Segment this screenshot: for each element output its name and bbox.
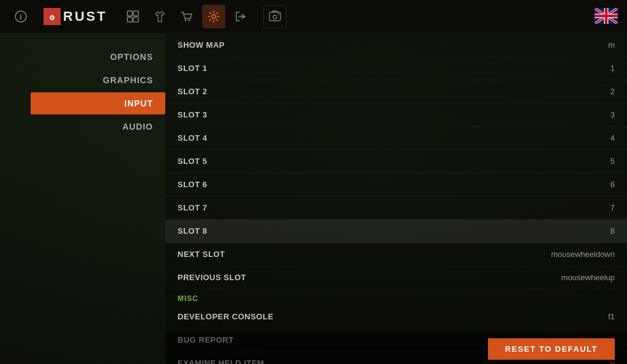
setting-value-slot-8: 8 <box>541 226 615 236</box>
sidebar-item-audio[interactable]: AUDIO <box>37 116 165 138</box>
topbar-icons <box>121 5 252 28</box>
rust-logo: ⚙ RUST <box>43 8 107 25</box>
setting-row-slot-3[interactable]: SLOT 3 3 <box>165 103 627 127</box>
setting-label-slot-3: SLOT 3 <box>178 110 208 119</box>
setting-label-slot-6: SLOT 6 <box>178 180 208 189</box>
setting-value-slot-3: 3 <box>541 110 615 119</box>
sidebar-item-input[interactable]: INPUT <box>31 92 165 114</box>
cart-icon-btn[interactable] <box>175 5 198 28</box>
setting-value-slot-4: 4 <box>541 133 615 143</box>
rust-logo-icon: ⚙ <box>43 8 61 25</box>
setting-label-slot-8: SLOT 8 <box>178 226 208 236</box>
svg-rect-4 <box>127 11 132 16</box>
setting-row-developer-console[interactable]: DEVELOPER CONSOLE f1 <box>165 305 627 329</box>
setting-row-show-map[interactable]: SHOW MAP m <box>165 34 627 57</box>
setting-value-slot-2: 2 <box>541 87 615 96</box>
setting-value-developer-console: f1 <box>541 312 615 321</box>
settings-icon-btn[interactable] <box>202 5 225 28</box>
svg-point-8 <box>184 20 186 21</box>
sidebar-item-graphics[interactable]: GRAPHICS <box>37 69 165 91</box>
setting-value-slot-6: 6 <box>541 180 615 189</box>
setting-label-slot-2: SLOT 2 <box>178 87 208 96</box>
players-icon-btn[interactable] <box>121 5 145 28</box>
svg-text:⚙: ⚙ <box>49 14 55 21</box>
sidebar: OPTIONS GRAPHICS INPUT AUDIO <box>0 34 165 364</box>
shirt-icon-btn[interactable] <box>148 5 171 28</box>
setting-label-previous-slot: PREVIOUS SLOT <box>178 273 246 282</box>
info-icon-btn[interactable]: i <box>9 5 32 28</box>
setting-row-slot-6[interactable]: SLOT 6 6 <box>165 173 627 196</box>
setting-row-slot-7[interactable]: SLOT 7 7 <box>165 196 627 220</box>
setting-label-slot-4: SLOT 4 <box>178 133 208 143</box>
setting-label-slot-7: SLOT 7 <box>178 203 208 212</box>
svg-point-9 <box>188 20 190 21</box>
setting-label-next-slot: NEXT SLOT <box>178 250 225 259</box>
settings-scroll-area: SHOW MAP m SLOT 1 1 SLOT 2 2 SLOT 3 3 SL… <box>165 34 627 364</box>
setting-row-slot-1[interactable]: SLOT 1 1 <box>165 57 627 80</box>
svg-point-10 <box>212 15 216 18</box>
setting-value-previous-slot: mousewheelup <box>541 273 615 282</box>
setting-label-show-map: SHOW MAP <box>178 40 225 50</box>
setting-value-slot-1: 1 <box>541 64 615 73</box>
section-header-misc: MISC <box>165 289 627 305</box>
setting-row-slot-2[interactable]: SLOT 2 2 <box>165 80 627 103</box>
rust-logo-text: RUST <box>63 9 107 24</box>
svg-point-13 <box>273 15 277 19</box>
topbar: i ⚙ RUST <box>0 0 627 34</box>
setting-row-slot-5[interactable]: SLOT 5 5 <box>165 150 627 173</box>
setting-row-slot-4[interactable]: SLOT 4 4 <box>165 127 627 150</box>
setting-value-slot-5: 5 <box>541 157 615 166</box>
setting-value-slot-7: 7 <box>541 203 615 212</box>
settings-panel[interactable]: SHOW MAP m SLOT 1 1 SLOT 2 2 SLOT 3 3 SL… <box>165 34 627 364</box>
reset-to-default-button[interactable]: RESET TO DEFAULT <box>488 338 615 360</box>
topbar-right <box>595 8 618 25</box>
svg-text:i: i <box>20 13 21 21</box>
main-content: OPTIONS GRAPHICS INPUT AUDIO SHOW MAP m … <box>0 34 627 364</box>
svg-rect-12 <box>269 12 280 21</box>
svg-rect-6 <box>127 17 132 22</box>
exit-icon-btn[interactable] <box>229 5 252 28</box>
setting-value-show-map: m <box>541 40 615 50</box>
setting-value-next-slot: mousewheeldown <box>541 250 615 259</box>
setting-label-developer-console: DEVELOPER CONSOLE <box>178 312 274 321</box>
setting-label-slot-5: SLOT 5 <box>178 157 208 166</box>
svg-rect-7 <box>133 17 138 22</box>
setting-row-next-slot[interactable]: NEXT SLOT mousewheeldown <box>165 243 627 266</box>
sidebar-item-options[interactable]: OPTIONS <box>37 46 165 68</box>
setting-label-slot-1: SLOT 1 <box>178 64 208 73</box>
setting-row-previous-slot[interactable]: PREVIOUS SLOT mousewheelup <box>165 266 627 289</box>
reset-btn-container: RESET TO DEFAULT <box>165 333 627 364</box>
topbar-left: i ⚙ RUST <box>9 5 287 28</box>
uk-flag-icon[interactable] <box>595 8 618 25</box>
screenshot-icon-btn[interactable] <box>263 5 287 28</box>
setting-row-slot-8[interactable]: SLOT 8 8 <box>165 220 627 243</box>
svg-rect-5 <box>133 11 138 16</box>
